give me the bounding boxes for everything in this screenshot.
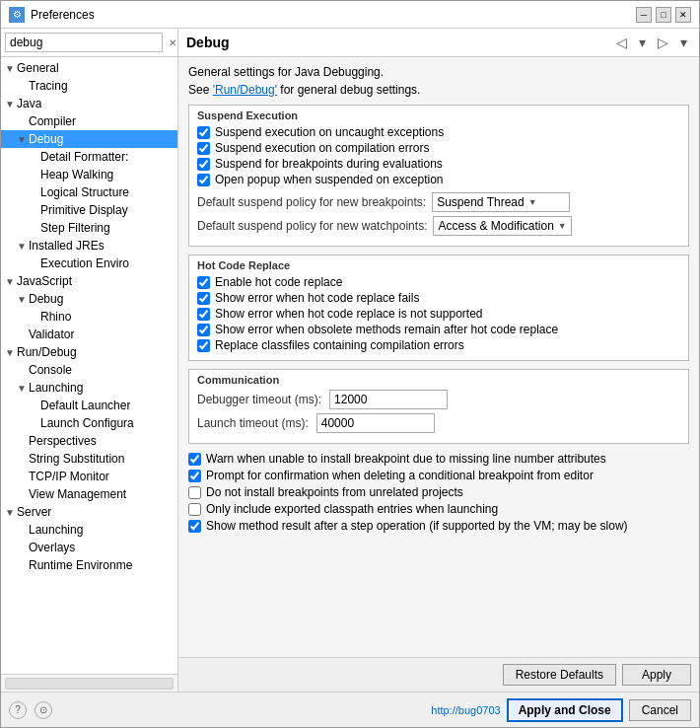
nav-buttons: ◁ ▾ ▷ ▾ <box>612 33 691 52</box>
communication-legend: Communication <box>197 374 680 386</box>
cancel-button[interactable]: Cancel <box>629 699 691 721</box>
tree-item-view-management[interactable]: View Management <box>1 485 177 503</box>
checkbox-not-supported-hcr-input[interactable] <box>197 308 210 321</box>
watchpoints-dropdown[interactable]: Access & Modification ▼ <box>433 216 571 236</box>
breakpoints-label: Default suspend policy for new breakpoin… <box>197 195 426 209</box>
checkbox-replace-classfiles: Replace classfiles containing compilatio… <box>197 338 680 352</box>
checkbox-breakpoints-input[interactable] <box>197 158 210 171</box>
settings-icon[interactable]: ⊙ <box>35 701 52 719</box>
debugger-timeout-row: Debugger timeout (ms): <box>197 390 680 409</box>
tree-item-server[interactable]: ▼ Server <box>1 503 177 521</box>
checkbox-show-error-hcr-input[interactable] <box>197 292 210 305</box>
title-bar: ⚙ Preferences ─ □ ✕ <box>1 1 699 29</box>
toggle-debug[interactable]: ▼ <box>17 134 29 145</box>
toggle-console <box>17 365 29 376</box>
horizontal-scrollbar[interactable] <box>5 678 174 690</box>
link-row: See 'Run/Debug' for general debug settin… <box>188 83 689 97</box>
right-panel: Debug ◁ ▾ ▷ ▾ General settings for Java … <box>178 29 699 692</box>
toggle-java[interactable]: ▼ <box>5 99 17 109</box>
toggle-general[interactable]: ▼ <box>5 63 17 74</box>
nav-forward-button[interactable]: ▷ <box>654 33 672 52</box>
apply-button[interactable]: Apply <box>622 664 691 686</box>
checkbox-uncaught: Suspend execution on uncaught exceptions <box>197 125 680 139</box>
checkbox-popup-input[interactable] <box>197 174 210 186</box>
tree-item-js-debug[interactable]: ▼ Debug <box>1 290 177 308</box>
checkbox-warn-breakpoint: Warn when unable to install breakpoint d… <box>188 452 689 466</box>
nav-menu-button[interactable]: ▾ <box>676 33 691 52</box>
search-clear-button[interactable]: ✕ <box>167 36 178 50</box>
tree-item-overlays[interactable]: Overlays <box>1 539 177 556</box>
tree-item-heap-walking[interactable]: Heap Walking <box>1 166 177 183</box>
close-button[interactable]: ✕ <box>675 7 691 23</box>
tree-item-string-substitution[interactable]: String Substitution <box>1 450 177 468</box>
checkbox-replace-classfiles-input[interactable] <box>197 339 210 352</box>
checkbox-prompt-conditional-input[interactable] <box>188 470 201 482</box>
tree-item-general[interactable]: ▼ General <box>1 59 177 77</box>
debugger-timeout-label: Debugger timeout (ms): <box>197 393 321 406</box>
tree-item-runtime-environme[interactable]: Runtime Environme <box>1 556 177 574</box>
help-icon[interactable]: ? <box>9 701 27 719</box>
search-input[interactable] <box>5 33 163 52</box>
minimize-button[interactable]: ─ <box>636 7 652 23</box>
tree-item-java[interactable]: ▼ Java <box>1 95 177 112</box>
hot-code-replace-group: Hot Code Replace Enable hot code replace… <box>188 255 689 361</box>
toggle-default-launcher <box>29 400 40 411</box>
tree-item-compiler[interactable]: Compiler <box>1 112 177 130</box>
nav-back-button[interactable]: ◁ <box>612 33 631 52</box>
toggle-primitive-display <box>29 205 40 216</box>
tree-item-default-launcher[interactable]: Default Launcher <box>1 397 177 414</box>
tree-item-validator[interactable]: Validator <box>1 326 177 343</box>
maximize-button[interactable]: □ <box>656 7 671 23</box>
checkbox-obsolete-hcr-input[interactable] <box>197 324 210 336</box>
checkbox-warn-breakpoint-input[interactable] <box>188 453 201 466</box>
tree-item-launching[interactable]: ▼ Launching <box>1 379 177 397</box>
tree-item-launch-configura[interactable]: Launch Configura <box>1 414 177 432</box>
tree-item-tcp-ip-monitor[interactable]: TCP/IP Monitor <box>1 468 177 485</box>
checkbox-show-method-input[interactable] <box>188 520 201 533</box>
tree-item-javascript[interactable]: ▼ JavaScript <box>1 272 177 290</box>
launch-timeout-input[interactable] <box>316 413 435 433</box>
tree-item-console[interactable]: Console <box>1 361 177 379</box>
toggle-server-launching <box>17 525 29 536</box>
tree-item-tracing[interactable]: Tracing <box>1 77 177 95</box>
toggle-javascript[interactable]: ▼ <box>5 276 17 287</box>
right-header: Debug ◁ ▾ ▷ ▾ <box>178 29 699 57</box>
apply-and-close-button[interactable]: Apply and Close <box>507 698 623 722</box>
tree-item-run-debug[interactable]: ▼ Run/Debug <box>1 343 177 361</box>
watchpoints-value: Access & Modification <box>438 219 553 233</box>
tree-item-execution-enviro[interactable]: Execution Enviro <box>1 255 177 272</box>
checkbox-uncaught-input[interactable] <box>197 126 210 139</box>
footer-left: ? ⊙ <box>9 701 52 719</box>
toggle-server[interactable]: ▼ <box>5 507 17 518</box>
tree-item-rhino[interactable]: Rhino <box>1 308 177 326</box>
checkbox-only-exported: Only include exported classpath entries … <box>188 502 689 516</box>
toggle-step-filtering <box>29 223 40 234</box>
tree-item-installed-jres[interactable]: ▼ Installed JREs <box>1 237 177 255</box>
toggle-installed-jres[interactable]: ▼ <box>17 241 29 252</box>
tree-item-primitive-display[interactable]: Primitive Display <box>1 201 177 219</box>
run-debug-link[interactable]: 'Run/Debug' <box>213 83 277 97</box>
nav-dropdown-button[interactable]: ▾ <box>635 33 650 52</box>
debugger-timeout-input[interactable] <box>329 390 448 409</box>
toggle-execution-enviro <box>29 258 40 269</box>
toggle-run-debug[interactable]: ▼ <box>5 347 17 358</box>
tree-item-perspectives[interactable]: Perspectives <box>1 432 177 450</box>
tree-item-logical-structure[interactable]: Logical Structure <box>1 183 177 201</box>
tree-item-debug[interactable]: ▼ Debug <box>1 130 177 148</box>
tree-item-detail-formatter[interactable]: Detail Formatter: <box>1 148 177 166</box>
checkbox-do-not-install-input[interactable] <box>188 486 201 499</box>
checkbox-enable-hcr-input[interactable] <box>197 276 210 289</box>
preferences-window: ⚙ Preferences ─ □ ✕ ✕ ▼ General T <box>0 0 700 728</box>
restore-defaults-button[interactable]: Restore Defaults <box>503 664 616 686</box>
checkbox-compilation-input[interactable] <box>197 142 210 155</box>
toggle-js-debug[interactable]: ▼ <box>17 294 29 305</box>
tree-item-server-launching[interactable]: Launching <box>1 521 177 539</box>
right-content: General settings for Java Debugging. See… <box>178 57 699 657</box>
checkbox-only-exported-input[interactable] <box>188 503 201 516</box>
toggle-launching[interactable]: ▼ <box>17 383 29 394</box>
watchpoints-policy-row: Default suspend policy for new watchpoin… <box>197 216 680 236</box>
toggle-tcp-ip-monitor <box>17 472 29 482</box>
tree-item-step-filtering[interactable]: Step Filtering <box>1 219 177 237</box>
communication-group: Communication Debugger timeout (ms): Lau… <box>188 369 689 444</box>
breakpoints-dropdown[interactable]: Suspend Thread ▼ <box>432 192 570 212</box>
